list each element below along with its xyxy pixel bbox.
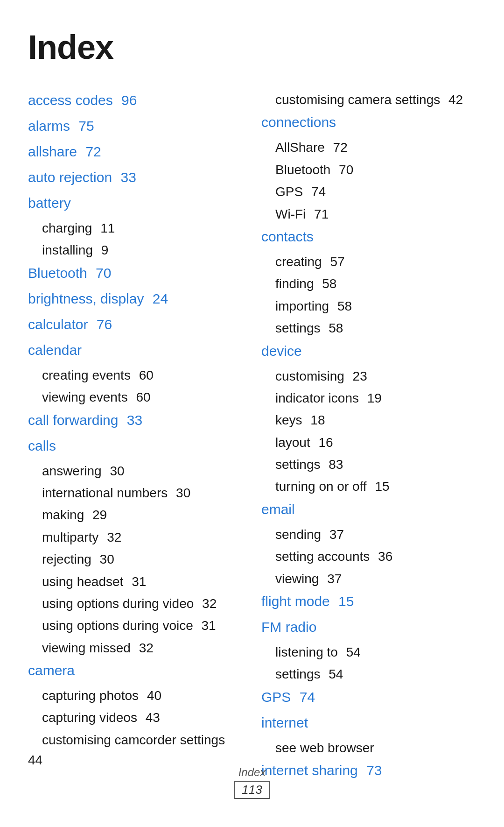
- entry-subitem: settings 54: [261, 667, 343, 681]
- entry-heading: allshare 72: [28, 144, 101, 159]
- index-entry: AllShare 72: [261, 137, 476, 157]
- index-entry: international numbers 30: [28, 483, 243, 503]
- entry-subitem: importing 58: [261, 299, 352, 313]
- entry-subitem: GPS 74: [261, 184, 326, 199]
- entry-heading: internet: [261, 715, 308, 730]
- left-column: access codes 96alarms 75allshare 72auto …: [28, 90, 243, 772]
- entry-heading: battery: [28, 195, 71, 211]
- index-entry: Bluetooth 70: [28, 262, 243, 283]
- index-entry: sending 37: [261, 524, 476, 544]
- index-entry: brightness, display 24: [28, 288, 243, 309]
- index-entry: using headset 31: [28, 572, 243, 592]
- entry-subitem: creating 57: [261, 254, 345, 269]
- entry-subitem: see web browser: [261, 741, 374, 755]
- index-entry: GPS 74: [261, 686, 476, 707]
- entry-heading: access codes 96: [28, 92, 137, 108]
- index-entry: email: [261, 499, 476, 520]
- index-columns: access codes 96alarms 75allshare 72auto …: [28, 90, 476, 785]
- footer: Index 113: [0, 766, 504, 799]
- index-entry: multiparty 32: [28, 527, 243, 547]
- entry-subitem: layout 16: [261, 435, 333, 450]
- entry-subitem: using options during video 32: [28, 596, 217, 611]
- index-entry: internet: [261, 712, 476, 733]
- entry-subitem: answering 30: [28, 464, 125, 478]
- index-entry: calendar: [28, 339, 243, 360]
- index-entry: contacts: [261, 226, 476, 247]
- index-entry: customising camcorder settings 44: [28, 730, 243, 770]
- entry-subitem: viewing missed 32: [28, 641, 154, 655]
- entry-subitem: indicator icons 19: [261, 391, 382, 405]
- index-entry: layout 16: [261, 432, 476, 452]
- index-entry: finding 58: [261, 274, 476, 294]
- index-entry: making 29: [28, 505, 243, 525]
- index-entry: creating events 60: [28, 365, 243, 385]
- index-entry: alarms 75: [28, 115, 243, 136]
- index-entry: using options during video 32: [28, 594, 243, 614]
- entry-heading: connections: [261, 114, 336, 130]
- index-entry: calculator 76: [28, 314, 243, 335]
- page-title: Index: [28, 28, 476, 66]
- entry-subitem: Bluetooth 70: [261, 163, 353, 177]
- entry-heading: calculator 76: [28, 317, 112, 332]
- entry-heading: call forwarding 33: [28, 412, 142, 428]
- index-entry: setting accounts 36: [261, 546, 476, 566]
- index-entry: camera: [28, 660, 243, 681]
- entry-heading: contacts: [261, 229, 314, 244]
- index-entry: viewing missed 32: [28, 638, 243, 658]
- index-entry: auto rejection 33: [28, 167, 243, 188]
- entry-heading: calendar: [28, 342, 82, 358]
- entry-subitem: making 29: [28, 508, 107, 522]
- entry-subitem: sending 37: [261, 527, 344, 542]
- index-entry: access codes 96: [28, 90, 243, 111]
- entry-subitem: setting accounts 36: [261, 549, 392, 564]
- entry-subitem: viewing 37: [261, 572, 342, 586]
- index-entry: importing 58: [261, 296, 476, 316]
- index-entry: settings 83: [261, 454, 476, 474]
- right-column: customising camera settings 42connection…: [261, 90, 476, 785]
- index-entry: charging 11: [28, 218, 243, 238]
- index-entry: battery: [28, 192, 243, 213]
- index-entry: listening to 54: [261, 642, 476, 662]
- index-entry: customising 23: [261, 366, 476, 386]
- index-entry: rejecting 30: [28, 549, 243, 569]
- entry-subitem: rejecting 30: [28, 552, 114, 566]
- entry-subitem: settings 83: [261, 457, 343, 472]
- index-entry: allshare 72: [28, 141, 243, 162]
- entry-heading: auto rejection 33: [28, 170, 136, 185]
- footer-label: Index: [0, 766, 504, 779]
- index-entry: Wi-Fi 71: [261, 204, 476, 224]
- entry-subitem: turning on or off 15: [261, 479, 390, 494]
- entry-heading: GPS 74: [261, 689, 315, 705]
- entry-subitem: using options during voice 31: [28, 618, 216, 633]
- entry-subitem: capturing photos 40: [28, 688, 161, 703]
- index-entry: connections: [261, 112, 476, 133]
- entry-subitem: finding 58: [261, 276, 336, 291]
- entry-subitem: charging 11: [28, 221, 115, 235]
- index-entry: settings 58: [261, 318, 476, 338]
- entry-heading: flight mode 15: [261, 594, 354, 609]
- entry-subitem: creating events 60: [28, 368, 154, 382]
- entry-subitem: installing 9: [28, 243, 108, 257]
- index-entry: capturing photos 40: [28, 686, 243, 706]
- entry-subitem: viewing events 60: [28, 390, 151, 404]
- index-entry: call forwarding 33: [28, 410, 243, 431]
- index-entry: FM radio: [261, 616, 476, 637]
- index-entry: answering 30: [28, 461, 243, 481]
- entry-subitem: customising camcorder settings 44: [28, 733, 230, 767]
- entry-heading: Bluetooth 70: [28, 265, 112, 281]
- index-entry: viewing events 60: [28, 387, 243, 407]
- entry-subitem: customising 23: [261, 369, 367, 383]
- index-entry: Bluetooth 70: [261, 160, 476, 180]
- index-entry: flight mode 15: [261, 591, 476, 612]
- index-entry: settings 54: [261, 664, 476, 684]
- entry-subitem: using headset 31: [28, 574, 146, 589]
- entry-heading: calls: [28, 438, 56, 453]
- index-entry: keys 18: [261, 410, 476, 430]
- entry-subitem: settings 58: [261, 321, 343, 335]
- index-entry: capturing videos 43: [28, 707, 243, 728]
- index-entry: turning on or off 15: [261, 476, 476, 496]
- entry-subitem: listening to 54: [261, 645, 361, 659]
- index-entry: device: [261, 340, 476, 361]
- index-entry: indicator icons 19: [261, 388, 476, 408]
- index-entry: viewing 37: [261, 569, 476, 589]
